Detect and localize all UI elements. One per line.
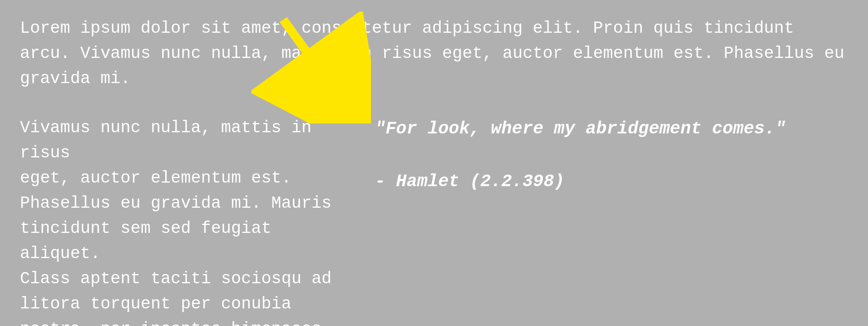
quote-attribution: - Hamlet (2.2.398) xyxy=(375,168,786,195)
top-paragraph: Lorem ipsum dolor sit amet, consectetur … xyxy=(20,16,848,91)
right-quote-block: "For look, where my abridgement comes." … xyxy=(375,115,786,195)
left-line-1: Vivamus nunc nulla, mattis in risus xyxy=(20,118,312,163)
quote-text: "For look, where my abridgement comes." xyxy=(375,115,786,142)
left-line-4: tincidunt sem sed feugiat aliquet. xyxy=(20,219,271,263)
bottom-section: Vivamus nunc nulla, mattis in risus eget… xyxy=(20,115,848,326)
left-line-6: litora torquent per conubia nostra, per … xyxy=(20,294,331,326)
left-line-3: Phasellus eu gravida mi. Mauris xyxy=(20,194,331,213)
left-line-2: eget, auctor elementum est. xyxy=(20,169,292,188)
main-container: Lorem ipsum dolor sit amet, consectetur … xyxy=(0,0,868,326)
left-line-5: Class aptent taciti sociosqu ad xyxy=(20,269,331,288)
left-text-block: Vivamus nunc nulla, mattis in risus eget… xyxy=(20,115,351,326)
